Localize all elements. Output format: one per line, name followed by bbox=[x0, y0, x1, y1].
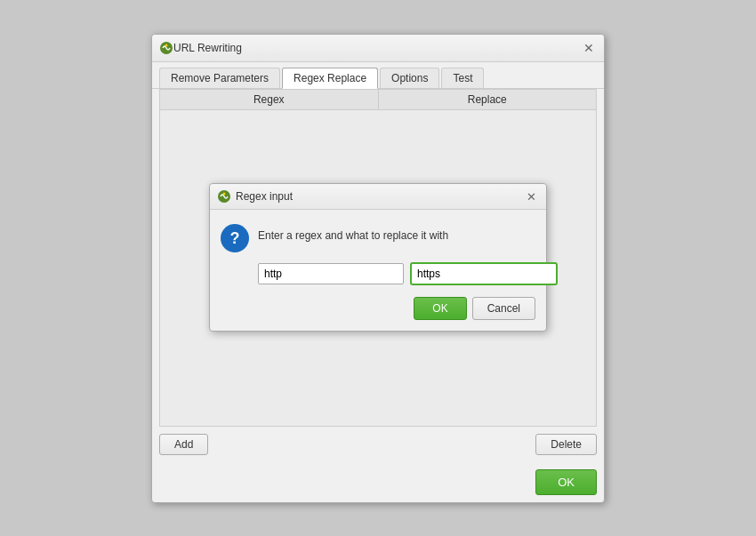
modal-cancel-button[interactable]: Cancel bbox=[472, 297, 535, 320]
modal-title: Regex input bbox=[236, 190, 523, 203]
add-button[interactable]: Add bbox=[159, 434, 208, 455]
main-ok-button[interactable]: OK bbox=[535, 469, 597, 495]
main-content-area: Regex Replace Regex input ✕ bbox=[159, 89, 597, 427]
tab-bar: Remove Parameters Regex Replace Options … bbox=[152, 62, 604, 89]
tab-remove-parameters[interactable]: Remove Parameters bbox=[159, 68, 280, 88]
modal-body: ? Enter a regex and what to replace it w… bbox=[210, 210, 546, 331]
svg-point-1 bbox=[165, 44, 168, 46]
window-title: URL Rewriting bbox=[173, 42, 581, 54]
app-icon bbox=[159, 41, 173, 55]
tab-options[interactable]: Options bbox=[380, 68, 439, 88]
modal-overlay: Regex input ✕ ? Enter a regex and what t… bbox=[160, 90, 596, 426]
modal-title-bar: Regex input ✕ bbox=[210, 184, 546, 210]
modal-description: Enter a regex and what to replace it wit… bbox=[258, 224, 448, 242]
replace-input[interactable] bbox=[411, 263, 557, 284]
delete-button[interactable]: Delete bbox=[535, 434, 597, 455]
modal-app-icon bbox=[217, 189, 231, 204]
modal-buttons: OK Cancel bbox=[221, 297, 535, 320]
modal-ok-button[interactable]: OK bbox=[414, 297, 466, 320]
modal-info-row: ? Enter a regex and what to replace it w… bbox=[221, 224, 535, 252]
main-window: URL Rewriting ✕ Remove Parameters Regex … bbox=[151, 34, 605, 503]
question-icon: ? bbox=[221, 224, 249, 252]
svg-point-3 bbox=[223, 193, 226, 196]
regex-input[interactable] bbox=[258, 263, 404, 284]
bottom-bar: Add Delete bbox=[152, 427, 604, 462]
regex-input-dialog: Regex input ✕ ? Enter a regex and what t… bbox=[209, 183, 547, 332]
window-footer: OK bbox=[152, 462, 604, 502]
modal-inputs-row bbox=[258, 263, 535, 284]
modal-close-button[interactable]: ✕ bbox=[523, 188, 539, 204]
tab-test[interactable]: Test bbox=[441, 68, 484, 88]
tab-regex-replace[interactable]: Regex Replace bbox=[282, 68, 378, 89]
title-bar: URL Rewriting ✕ bbox=[152, 35, 604, 62]
close-button[interactable]: ✕ bbox=[581, 40, 597, 56]
